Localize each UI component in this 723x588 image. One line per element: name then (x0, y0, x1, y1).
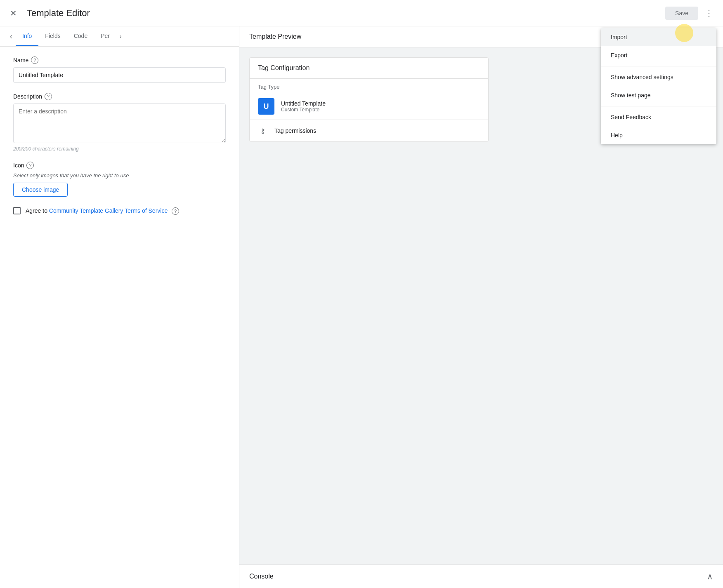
more-options-button[interactable]: ⋮ (702, 5, 716, 21)
tab-more-button[interactable]: › (116, 27, 125, 45)
terms-help-icon-inline[interactable]: ? (172, 207, 179, 215)
icon-group: Icon ? Select only images that you have … (13, 162, 226, 197)
dropdown-divider-2 (601, 106, 716, 106)
terms-group: Agree to Community Template Gallery Term… (13, 207, 226, 215)
char-count: 200/200 characters remaining (13, 146, 226, 152)
dropdown-item-import[interactable]: Import (601, 28, 716, 46)
tag-item-sub: Custom Template (281, 107, 480, 113)
console-bar: Console ∧ (239, 564, 723, 588)
left-panel: ‹ Info Fields Code Per › Name ? (0, 26, 239, 588)
dropdown-item-send-feedback[interactable]: Send Feedback (601, 108, 716, 126)
save-button[interactable]: Save (665, 7, 698, 20)
header: ✕ Template Editor Save ⋮ Import Export S… (0, 0, 723, 26)
dropdown-divider-1 (601, 66, 716, 66)
description-group: Description ? 200/200 characters remaini… (13, 93, 226, 152)
collapse-icon: ∧ (707, 572, 713, 581)
tab-per[interactable]: Per (94, 27, 116, 46)
tab-code[interactable]: Code (67, 27, 94, 46)
form-content: Name ? Description ? 200/200 characters … (0, 47, 239, 235)
terms-checkbox[interactable] (13, 207, 21, 214)
tag-type-item[interactable]: U Untitled Template Custom Template (250, 93, 488, 120)
tag-item-info: Untitled Template Custom Template (281, 100, 480, 113)
name-group: Name ? (13, 56, 226, 83)
name-help-icon[interactable]: ? (31, 56, 38, 64)
terms-link[interactable]: Community Template Gallery Terms of Serv… (49, 207, 168, 214)
key-icon: ⚷ (258, 126, 268, 136)
tab-prev-button[interactable]: ‹ (7, 26, 16, 46)
console-toggle-button[interactable]: ∧ (707, 572, 713, 581)
tag-config-header: Tag Configuration (250, 58, 488, 79)
tag-item-name: Untitled Template (281, 100, 480, 107)
name-input[interactable] (13, 67, 226, 83)
description-help-icon[interactable]: ? (45, 93, 52, 100)
tab-fields[interactable]: Fields (38, 27, 67, 46)
choose-image-button[interactable]: Choose image (13, 183, 68, 197)
more-icon: ⋮ (705, 8, 713, 18)
dropdown-menu: Import Export Show advanced settings Sho… (601, 28, 716, 144)
dropdown-item-test-page[interactable]: Show test page (601, 86, 716, 104)
close-button[interactable]: ✕ (7, 5, 20, 21)
icon-help-icon[interactable]: ? (26, 162, 34, 169)
icon-label: Icon ? (13, 162, 226, 169)
name-label: Name ? (13, 56, 226, 64)
description-textarea[interactable] (13, 103, 226, 143)
terms-text: Agree to Community Template Gallery Term… (26, 207, 179, 215)
terms-row: Agree to Community Template Gallery Term… (13, 207, 226, 215)
tag-type-label: Tag Type (250, 79, 488, 93)
dropdown-item-advanced-settings[interactable]: Show advanced settings (601, 68, 716, 86)
tab-info[interactable]: Info (16, 27, 38, 46)
header-actions: Save ⋮ Import Export Show advanced setti… (665, 5, 716, 21)
tag-icon: U (258, 98, 274, 115)
console-label: Console (249, 573, 274, 580)
description-label: Description ? (13, 93, 226, 100)
page-title: Template Editor (27, 8, 90, 19)
header-left: ✕ Template Editor (7, 5, 90, 21)
icon-hint-text: Select only images that you have the rig… (13, 172, 226, 179)
tag-config-card: Tag Configuration Tag Type U Untitled Te… (249, 57, 489, 142)
dropdown-item-export[interactable]: Export (601, 46, 716, 64)
close-icon: ✕ (10, 8, 17, 18)
tabs: ‹ Info Fields Code Per › (0, 26, 239, 47)
tag-permissions-item[interactable]: ⚷ Tag permissions (250, 120, 488, 141)
dropdown-item-help[interactable]: Help (601, 126, 716, 144)
permissions-text: Tag permissions (274, 127, 316, 134)
